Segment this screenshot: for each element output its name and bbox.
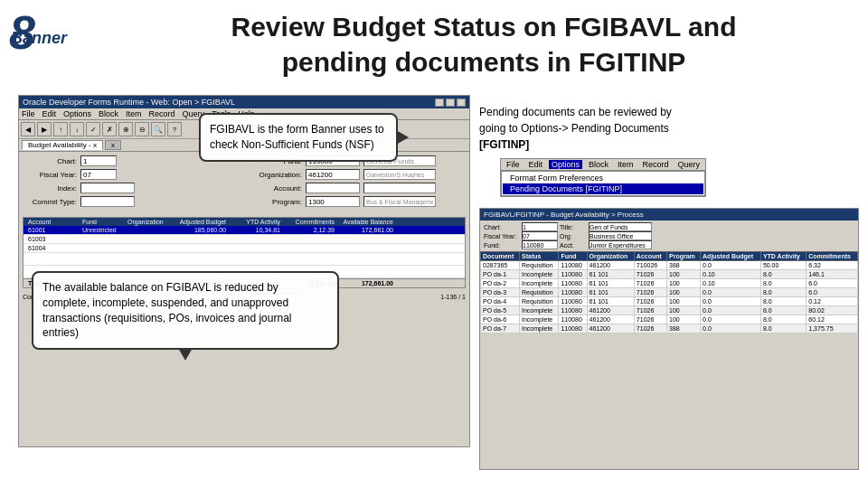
cell-fund: [80, 236, 125, 242]
maximize-button[interactable]: □: [446, 99, 455, 107]
input-account[interactable]: [306, 183, 360, 193]
menu-record[interactable]: Record: [149, 109, 175, 118]
cell-org: 461200: [587, 324, 634, 333]
fgitinp-titlebar: FGIBAVL/FGITINP - Budget Availability > …: [480, 209, 858, 221]
cell-adj: 0.0: [701, 315, 761, 324]
cell-commit: 0.12: [807, 297, 858, 306]
menu-block[interactable]: Block: [586, 160, 611, 169]
title-line1: Review Budget Status on FGIBAVL and: [231, 12, 737, 42]
toolbar-btn-4[interactable]: ↓: [70, 122, 84, 136]
menu-record[interactable]: Record: [640, 160, 672, 169]
window-titlebar: Oracle Developer Forms Runtime - Web: Op…: [19, 96, 469, 108]
cell-doc: 0287365: [481, 261, 520, 270]
toolbar-btn-10[interactable]: ?: [167, 122, 182, 136]
cell-org: 461200: [587, 261, 634, 270]
input-fiscal-year[interactable]: [80, 169, 117, 180]
rt-input-title[interactable]: [589, 222, 652, 231]
toolbar-btn-1[interactable]: ◀: [21, 122, 35, 136]
cell-status: Incomplete: [519, 324, 558, 333]
available-balance-callout: The available balance on FGIBAVL is redu…: [32, 271, 339, 350]
rt-input-org[interactable]: [589, 231, 652, 240]
cell-adj: 0.10: [701, 279, 761, 288]
cell-fund: 110080: [559, 324, 587, 333]
cell-adj: 0.0: [701, 288, 761, 297]
cell-ytd: 8.0: [760, 270, 806, 279]
rt-label-fund: Fund:: [484, 242, 520, 249]
cell-acct: 71026: [634, 297, 666, 306]
rt-input-fy[interactable]: [522, 231, 558, 240]
cell-doc: PO da-7: [481, 324, 520, 333]
cell-org: [125, 236, 170, 242]
th-status: Status: [519, 252, 558, 261]
cell-ytd: 8.0: [760, 288, 806, 297]
menu-edit[interactable]: Edit: [526, 160, 546, 169]
cell-status: Requisition: [519, 288, 558, 297]
label-index: Index:: [23, 184, 77, 192]
menu-block[interactable]: Block: [99, 109, 118, 118]
cell-account: 61003: [25, 236, 80, 242]
cell-commit: [283, 236, 337, 242]
table-row[interactable]: PO da-5 Incomplete 110080 461200 71026 1…: [481, 306, 858, 315]
table-row[interactable]: 0287365 Requisition 110080 461200 710026…: [481, 261, 858, 270]
cell-ytd: 50.00: [760, 261, 806, 270]
cell-org: 61 101: [587, 297, 634, 306]
toolbar-btn-8[interactable]: ⊖: [135, 122, 149, 136]
cell-status: Incomplete: [519, 306, 558, 315]
fgitinp-title-text: FGIBAVL/FGITINP - Budget Availability > …: [484, 211, 644, 219]
input-index[interactable]: [80, 183, 135, 193]
fgitinp-form: Chart: Title: Fiscal Year: Org: Fund: Ac…: [480, 221, 858, 251]
toolbar-btn-3[interactable]: ↑: [53, 122, 68, 136]
menu-query[interactable]: Query: [675, 160, 703, 169]
menu-item-m[interactable]: Item: [615, 160, 637, 169]
menu-options[interactable]: Options: [63, 109, 91, 118]
cell-adj: 0.0: [701, 261, 761, 270]
table-row[interactable]: 61004: [24, 244, 465, 253]
tab-inactive[interactable]: x: [105, 140, 121, 150]
cell-org: 461200: [587, 315, 634, 324]
table-row[interactable]: PO da-2 Incomplete 110080 61 101 71026 1…: [481, 279, 858, 288]
rt-input-fund[interactable]: [522, 240, 558, 249]
table-row[interactable]: PO da-4 Requisition 110080 61 101 71026 …: [481, 297, 858, 306]
close-button[interactable]: ×: [457, 99, 466, 107]
table-row[interactable]: PO da-1 Incomplete 110080 61 101 71026 1…: [481, 270, 858, 279]
th-fund: Fund: [559, 252, 587, 261]
menu-format-form-prefs[interactable]: Format Form Preferences: [503, 173, 703, 183]
menu-options-highlighted[interactable]: Options: [549, 160, 582, 169]
menu-edit[interactable]: Edit: [42, 109, 57, 118]
cell-fund: 110080: [559, 315, 587, 324]
toolbar-btn-7[interactable]: ⊕: [118, 122, 133, 136]
cell-adj: 0.0: [701, 306, 761, 315]
table-row[interactable]: PO da-3 Requisition 110080 61 101 71026 …: [481, 288, 858, 297]
th-document: Document: [481, 252, 520, 261]
cell-ytd: 10,34.81: [229, 227, 283, 233]
menu-pending-documents[interactable]: Pending Documents [FGITINP]: [503, 183, 703, 194]
toolbar-btn-6[interactable]: ✗: [102, 122, 117, 136]
toolbar-btn-2[interactable]: ▶: [37, 122, 52, 136]
menu-file[interactable]: File: [504, 160, 523, 169]
col-avail: Available Balance: [337, 219, 396, 225]
minimize-button[interactable]: _: [435, 99, 444, 107]
cell-prog: 100: [667, 270, 701, 279]
banner-label: Banner: [11, 29, 67, 48]
input-org[interactable]: [306, 169, 360, 180]
rt-label-fy: Fiscal Year:: [484, 233, 520, 239]
input-org-label: [363, 169, 436, 180]
menu-file[interactable]: File: [22, 109, 35, 118]
table-row[interactable]: 61003: [24, 235, 465, 244]
toolbar-btn-9[interactable]: 🔍: [151, 122, 165, 136]
rt-input-chart[interactable]: [522, 222, 558, 231]
input-program[interactable]: [306, 196, 360, 207]
input-chart[interactable]: [80, 155, 117, 166]
table-row[interactable]: PO da-7 Incomplete 110080 461200 71026 3…: [481, 324, 858, 333]
tab-budget-availability[interactable]: Budget Availability - x: [22, 140, 103, 150]
toolbar-btn-5[interactable]: ✓: [86, 122, 100, 136]
table-row[interactable]: PO da-6 Incomplete 110080 461200 71026 1…: [481, 315, 858, 324]
cell-acct: 71026: [634, 315, 666, 324]
menu-item[interactable]: Item: [126, 109, 142, 118]
fgibavl-callout-text: FGIBAVL is the form Banner uses to check…: [210, 123, 384, 151]
rt-input-acct-label[interactable]: [589, 240, 652, 249]
cell-fund: 110080: [559, 288, 587, 297]
table-row[interactable]: 61001 Unrestricted 185,060.00 10,34.81 2…: [24, 226, 465, 235]
available-balance-callout-text: The available balance on FGIBAVL is redu…: [42, 281, 291, 339]
input-commit-type[interactable]: [80, 196, 135, 207]
